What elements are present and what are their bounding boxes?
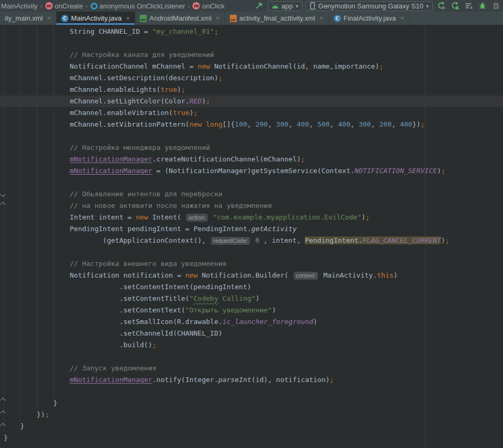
- breadcrumb-item-onclick[interactable]: m onClick: [192, 2, 225, 10]
- method-icon: m: [192, 2, 200, 9]
- java-class-icon: C: [61, 15, 69, 22]
- method-icon: m: [45, 2, 53, 9]
- code-line: [0, 246, 503, 258]
- code-lines: String CHANNEL_ID = "my_channel_01"; // …: [0, 25, 503, 444]
- apply-changes-restart-button[interactable]: [436, 1, 447, 11]
- breadcrumb-label: onClick: [202, 2, 225, 10]
- code-line: // Настройка внешнего вида уведомления: [0, 258, 503, 270]
- code-line: .setContentText("Открыть уведомление"): [0, 304, 503, 316]
- code-editor[interactable]: String CHANNEL_ID = "my_channel_01"; // …: [0, 25, 503, 448]
- breadcrumb-item-oncreate[interactable]: m onCreate: [45, 2, 83, 10]
- code-line: String CHANNEL_ID = "my_channel_01";: [0, 26, 503, 37]
- breadcrumb: MainActivity › m onCreate › anonymous On…: [0, 2, 225, 10]
- chevron-down-icon: ▾: [296, 3, 298, 9]
- code-line: .setContentTitle("Codeby Calling"): [0, 293, 503, 304]
- code-line: // Настройка канала для уведомлений: [0, 49, 503, 61]
- profile-button[interactable]: [490, 1, 501, 11]
- breadcrumb-label: MainActivity: [1, 2, 37, 10]
- tab-activity-final-acttivity-xml[interactable]: CD activity_final_acttivity.xml ×: [225, 12, 329, 25]
- tab-label: activity_final_acttivity.xml: [239, 14, 315, 22]
- breadcrumb-item-mainactivity[interactable]: MainActivity: [1, 2, 37, 10]
- run-toolbar: app ▾ Genymotion Samsung Galaxy S10 ▾: [254, 1, 503, 11]
- code-line: mChannel.setVibrationPattern(new long[]{…: [0, 119, 503, 130]
- close-icon[interactable]: ×: [320, 15, 324, 22]
- code-line: .setChannelId(CHANNEL_ID): [0, 328, 503, 339]
- code-line: // Обьявление интентов для переброски: [0, 188, 503, 200]
- apply-code-changes-button[interactable]: A: [449, 1, 460, 11]
- build-variants-button[interactable]: [463, 1, 474, 11]
- code-line: .build();: [0, 339, 503, 351]
- code-line: mNotificationManager.createNotificationC…: [0, 154, 503, 165]
- code-line: PendingIntent pendingIntent = PendingInt…: [0, 223, 503, 235]
- tab-label: AndroidManifest.xml: [149, 14, 211, 22]
- code-line: Notification notification = new Notifica…: [0, 270, 503, 281]
- debug-button[interactable]: [477, 1, 488, 11]
- code-line: // Настройка менеджера уведомлений: [0, 142, 503, 154]
- code-line: [0, 37, 503, 49]
- anonymous-class-icon: [91, 3, 98, 9]
- tab-label: ity_main.xml: [5, 14, 43, 22]
- code-line: mChannel.enableLights(true);: [0, 84, 503, 96]
- code-line: // на новое активити после нажатия на ув…: [0, 200, 503, 212]
- layout-file-icon: CD: [230, 15, 237, 22]
- breadcrumb-separator: ›: [188, 2, 190, 10]
- close-icon[interactable]: ×: [400, 15, 404, 22]
- apply-code-changes-icon: A: [451, 2, 459, 10]
- rerun-icon: [437, 2, 446, 10]
- code-line: [0, 351, 503, 363]
- code-line: mNotificationManager = (NotificationMana…: [0, 165, 503, 177]
- breadcrumb-separator: ›: [85, 2, 88, 10]
- manifest-file-icon: MF: [140, 15, 147, 22]
- breadcrumb-separator: ›: [40, 2, 42, 10]
- code-line: }: [0, 397, 503, 409]
- run-configuration-select[interactable]: app ▾: [267, 1, 303, 11]
- code-line: mChannel.enableVibration(true);: [0, 107, 503, 119]
- code-line: }: [0, 432, 503, 444]
- navigation-bar: MainActivity › m onCreate › anonymous On…: [0, 0, 503, 12]
- editor-tab-bar: ity_main.xml × C MainActivity.java × MF …: [0, 12, 503, 25]
- bug-icon: [478, 2, 487, 10]
- code-line: mNotificationManager.notify(Integer.pars…: [0, 374, 503, 386]
- code-line: NotificationChannel mChannel = new Notif…: [0, 61, 503, 72]
- profiler-icon: [492, 2, 500, 10]
- device-label: Genymotion Samsung Galaxy S10: [318, 2, 423, 10]
- breadcrumb-item-anonymous-listener[interactable]: anonymous OnClickListener: [91, 2, 186, 10]
- tab-label: FinalActtivity.java: [344, 14, 396, 22]
- code-line: }: [0, 421, 503, 432]
- code-line: mChannel.setLightColor(Color.RED);: [0, 96, 503, 107]
- android-studio-window: MainActivity › m onCreate › anonymous On…: [0, 0, 503, 448]
- hammer-icon: [255, 2, 263, 10]
- code-line: Intent intent = new Intent( action: "com…: [0, 212, 503, 223]
- code-line: // Запуск уведомления: [0, 363, 503, 374]
- chevron-down-icon: ▾: [426, 3, 429, 9]
- close-icon[interactable]: ×: [47, 15, 51, 22]
- code-line: [0, 386, 503, 397]
- code-line: (getApplicationContext(), requestCode: 0…: [0, 235, 503, 246]
- breadcrumb-label: onCreate: [55, 2, 83, 10]
- breadcrumb-label: anonymous OnClickListener: [100, 2, 186, 10]
- code-line: .setSmallIcon(R.drawable.ic_launcher_for…: [0, 316, 503, 328]
- close-icon[interactable]: ×: [126, 15, 130, 22]
- tab-activity-main-xml[interactable]: ity_main.xml ×: [0, 12, 56, 25]
- phone-icon: [309, 2, 316, 10]
- run-configuration-label: app: [282, 2, 293, 10]
- code-line: [0, 177, 503, 188]
- android-icon: [272, 3, 279, 9]
- java-class-icon: C: [334, 15, 341, 22]
- svg-text:A: A: [456, 6, 459, 10]
- code-line: mChannel.setDescription(description);: [0, 72, 503, 84]
- tab-label: MainActivity.java: [71, 14, 122, 22]
- code-line: });: [0, 409, 503, 421]
- code-line: [0, 130, 503, 142]
- tab-finalacttivity-java[interactable]: C FinalActtivity.java ×: [329, 12, 410, 25]
- build-hammer-button[interactable]: [254, 1, 265, 11]
- tab-mainactivity-java[interactable]: C MainActivity.java ×: [56, 12, 135, 25]
- tab-androidmanifest-xml[interactable]: MF AndroidManifest.xml ×: [135, 12, 225, 25]
- close-icon[interactable]: ×: [216, 15, 220, 22]
- device-select[interactable]: Genymotion Samsung Galaxy S10 ▾: [305, 1, 433, 11]
- code-line: .setContentIntent(pendingIntent): [0, 281, 503, 293]
- list-icon: [465, 2, 473, 10]
